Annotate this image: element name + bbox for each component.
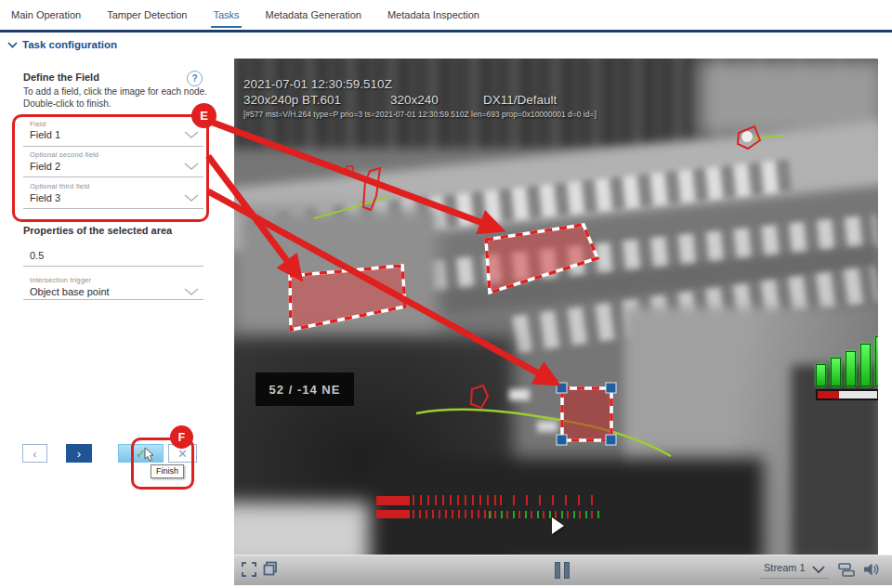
video-frame: [234, 59, 878, 555]
field2-select[interactable]: Field 2: [30, 161, 60, 172]
metadata-ticks: [413, 495, 498, 505]
encoder-icon[interactable]: [838, 562, 855, 578]
header-divider: [0, 30, 892, 33]
field1-select[interactable]: Field 1: [30, 129, 60, 140]
chevron-down-icon[interactable]: [184, 194, 199, 203]
osd-format: 320x240p BT.601: [243, 93, 341, 107]
divider: [23, 266, 203, 267]
chevron-down-icon[interactable]: [184, 131, 199, 139]
metadata-ticks: [413, 510, 487, 518]
stream-select[interactable]: Stream 1: [764, 562, 806, 573]
top-tab-bar: Main Operation Tamper Detection Tasks Me…: [9, 0, 481, 28]
osd-resolution: 320x240: [390, 93, 439, 107]
help-icon[interactable]: ?: [187, 71, 203, 86]
tab-tamper-detection[interactable]: Tamper Detection: [105, 9, 189, 28]
tab-main-operation[interactable]: Main Operation: [9, 9, 83, 28]
tab-metadata-inspection[interactable]: Metadata Inspection: [386, 9, 481, 28]
field3-label: Optional third field: [30, 182, 89, 190]
chevron-down-icon[interactable]: [812, 566, 825, 574]
osd-timestamp: 2021-07-01 12:30:59.510Z: [243, 77, 392, 91]
define-field-heading: Define the Field: [23, 72, 99, 83]
level-meter: [816, 389, 878, 400]
snapshot-copy-icon[interactable]: [263, 561, 278, 576]
previous-step-button[interactable]: ‹: [22, 444, 47, 463]
intersection-trigger-label: Intersection trigger: [30, 276, 91, 284]
task-configuration-toggle[interactable]: Task configuration: [7, 39, 117, 50]
tab-tasks[interactable]: Tasks: [211, 9, 241, 28]
application-window: Main Operation Tamper Detection Tasks Me…: [0, 0, 892, 588]
divider: [23, 146, 203, 147]
intersection-trigger-select[interactable]: Object base point: [30, 286, 110, 297]
annotation-badge-e: E: [191, 103, 216, 128]
properties-heading: Properties of the selected area: [23, 225, 172, 236]
debounce-input[interactable]: 0.5: [30, 250, 44, 261]
chevron-down-icon[interactable]: [184, 163, 199, 171]
field2-label: Optional second field: [30, 150, 98, 159]
play-indicator-icon: [552, 517, 564, 534]
field3-select[interactable]: Field 3: [30, 192, 60, 203]
field-instructions: To add a field, click the image for each…: [23, 86, 215, 110]
player-bar: Stream 1: [234, 555, 892, 585]
chevron-down-icon[interactable]: [184, 288, 199, 296]
speaker-icon[interactable]: [862, 561, 879, 578]
field1-label: Field: [30, 120, 46, 128]
metadata-tick-block: [376, 496, 410, 505]
annotation-badge-f: F: [170, 425, 193, 449]
osd-metadata: [#577 mst=V/H.264 type=P prio=3 ts=2021-…: [243, 110, 597, 119]
finish-tooltip: Finish: [151, 464, 184, 478]
next-step-button[interactable]: ›: [66, 444, 92, 463]
finish-button[interactable]: ✓: [118, 444, 164, 463]
fullscreen-icon[interactable]: [242, 562, 256, 577]
divider: [23, 208, 203, 209]
video-canvas[interactable]: 2021-07-01 12:30:59.510Z 320x240p BT.601…: [234, 59, 878, 555]
pause-button[interactable]: [555, 562, 570, 579]
chevron-down-icon: [7, 42, 18, 48]
tab-metadata-generation[interactable]: Metadata Generation: [264, 9, 363, 28]
divider: [23, 299, 203, 300]
metadata-ticks: [489, 511, 602, 518]
osd-renderer: DX11/Default: [483, 93, 557, 107]
section-title: Task configuration: [22, 39, 117, 50]
divider: [23, 176, 203, 177]
signal-strength-bars: [816, 336, 878, 386]
metadata-tick-block: [376, 510, 410, 518]
divider: [760, 578, 829, 579]
metadata-ticks: [500, 495, 595, 505]
pan-tilt-label: 52 / -14 NE: [256, 372, 354, 406]
